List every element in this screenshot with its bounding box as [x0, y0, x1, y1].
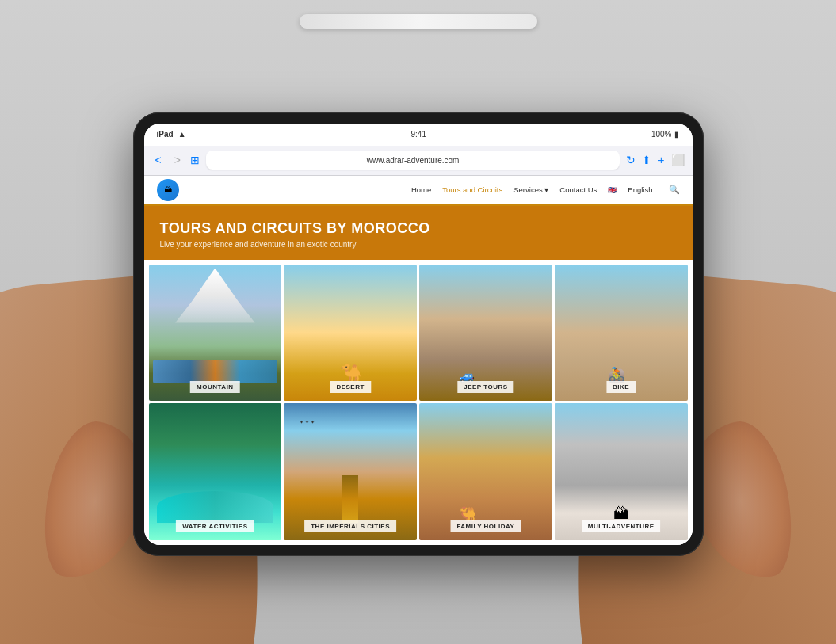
logo-icon: 🏔 — [157, 179, 179, 201]
family-label: FAMILY HOLIDAY — [450, 520, 521, 532]
water-splash — [157, 491, 274, 523]
nav-home[interactable]: Home — [411, 185, 431, 194]
status-time: 9:41 — [410, 130, 426, 139]
add-tab-icon[interactable]: + — [658, 154, 664, 166]
tour-card-bike[interactable]: 🚵 BIKE — [555, 265, 688, 402]
water-label: WATER ACTIVITIES — [176, 520, 254, 532]
tour-card-water[interactable]: WATER ACTIVITIES — [149, 403, 282, 540]
refresh-icon[interactable]: ↻ — [626, 154, 636, 166]
url-bar[interactable]: www.adrar-adventure.com — [206, 151, 620, 170]
site-nav: 🏔 Home Tours and Circuits Services ▾ Con… — [144, 176, 693, 206]
desert-label: DESERT — [330, 381, 370, 393]
imperial-birds: ✦ ✦ ✦ — [300, 419, 314, 425]
url-text: www.adrar-adventure.com — [367, 156, 460, 165]
nav-links: Home Tours and Circuits Services ▾ Conta… — [411, 185, 680, 195]
bike-label: BIKE — [606, 381, 636, 393]
ipad-frame: iPad ▲ 9:41 100% ▮ < > ⊞ www.adrar-adven… — [133, 112, 704, 556]
hero-title: TOURS AND CIRCUITS BY MOROCCO — [160, 220, 677, 237]
nav-language[interactable]: English — [628, 185, 652, 194]
mountain-label: MOUNTAIN — [190, 381, 240, 393]
multi-label: MULTI-ADVENTURE — [582, 520, 661, 532]
nav-tours[interactable]: Tours and Circuits — [442, 185, 502, 194]
browser-forward-button[interactable]: > — [171, 152, 184, 168]
mountain-people — [153, 360, 278, 383]
bookmark-icon[interactable]: ⊞ — [190, 154, 200, 166]
tour-card-desert[interactable]: 🐪 DESERT — [284, 265, 417, 402]
browser-back-button[interactable]: < — [152, 152, 165, 168]
tour-card-mountain[interactable]: MOUNTAIN — [149, 265, 282, 402]
nav-contact[interactable]: Contact Us — [559, 185, 597, 194]
tour-card-family[interactable]: 🐫 FAMILY HOLIDAY — [419, 403, 552, 540]
wifi-icon: ▲ — [178, 130, 186, 139]
nav-flag: 🇬🇧 — [608, 186, 617, 194]
tour-card-jeep[interactable]: 🚙 JEEP TOURS — [419, 265, 552, 402]
status-right: 100% ▮ — [651, 130, 680, 139]
imperial-label: THE IMPERIALS CITIES — [304, 520, 396, 532]
browser-bar: < > ⊞ www.adrar-adventure.com ↻ ⬆ + ⬜ — [144, 146, 693, 176]
ipad-screen: iPad ▲ 9:41 100% ▮ < > ⊞ www.adrar-adven… — [144, 124, 693, 545]
search-icon[interactable]: 🔍 — [669, 185, 680, 195]
site-logo[interactable]: 🏔 — [157, 179, 179, 201]
tour-grid: MOUNTAIN 🐪 DESERT 🚙 JEEP TOURS — [144, 260, 693, 545]
device-label: iPad — [157, 130, 174, 139]
jeep-label: JEEP TOURS — [457, 381, 513, 393]
tabs-icon[interactable]: ⬜ — [671, 154, 685, 166]
share-icon[interactable]: ⬆ — [642, 154, 651, 166]
website: 🏔 Home Tours and Circuits Services ▾ Con… — [144, 176, 693, 545]
status-bar: iPad ▲ 9:41 100% ▮ — [144, 124, 693, 146]
status-left: iPad ▲ — [157, 130, 186, 139]
hero-subtitle: Live your experience and adventure in an… — [160, 240, 677, 249]
battery-label: 100% — [651, 130, 672, 139]
nav-services[interactable]: Services ▾ — [513, 185, 548, 194]
browser-actions: ↻ ⬆ + ⬜ — [626, 154, 684, 166]
battery-icon: ▮ — [674, 130, 679, 139]
tour-card-multi[interactable]: 🏔 MULTI-ADVENTURE — [555, 403, 688, 540]
imperial-tower — [342, 475, 358, 523]
tour-card-imperial[interactable]: ✦ ✦ ✦ THE IMPERIALS CITIES — [284, 403, 417, 540]
hero-section: TOURS AND CIRCUITS BY MOROCCO Live your … — [144, 206, 693, 260]
pencil — [300, 14, 537, 29]
